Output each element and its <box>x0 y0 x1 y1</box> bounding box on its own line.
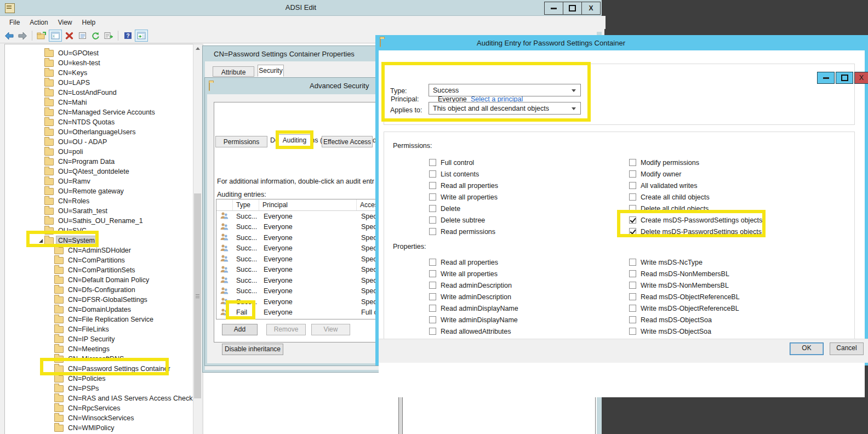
tree-item[interactable]: CN=WMIPolicy <box>5 423 193 433</box>
checkbox-icon[interactable] <box>629 170 636 178</box>
permission-item[interactable]: Delete all child objects <box>629 203 762 214</box>
table-header[interactable]: TypePrincipalAccess <box>216 199 382 211</box>
audit-entry-row[interactable]: Succ...EveryoneSpecial <box>216 275 382 286</box>
tree-scrollbar[interactable] <box>193 44 203 434</box>
cancel-button[interactable]: Cancel <box>830 342 864 355</box>
tree-item[interactable]: OU=LAPS <box>5 78 193 88</box>
tree-item[interactable]: OU=kesh-test <box>5 58 193 68</box>
permission-item[interactable]: Delete <box>429 203 498 214</box>
column-header-icon[interactable] <box>216 199 233 210</box>
checkbox-icon[interactable] <box>429 182 436 189</box>
checkbox-checked-icon[interactable] <box>629 216 636 224</box>
tree-item[interactable]: CN=Keys <box>5 68 193 78</box>
tree-item[interactable]: CN=File Replication Service <box>5 315 193 324</box>
tree-item[interactable]: CN=RpcServices <box>5 403 193 413</box>
tree-item[interactable]: CN=DomainUpdates <box>5 305 193 315</box>
tree-item[interactable]: CN=Meetings <box>5 344 193 354</box>
show-action-pane-icon[interactable] <box>135 30 148 42</box>
tree-item[interactable]: CN=PSPs <box>5 384 193 393</box>
permission-item[interactable]: All validated writes <box>629 180 762 191</box>
tree-item[interactable]: CN=RAS and IAS Servers Access Check <box>5 393 193 403</box>
tree-item[interactable]: OU=Sathis_OU_Rename_1 <box>5 216 193 226</box>
checkbox-icon[interactable] <box>629 205 636 212</box>
permission-item[interactable]: Write adminDescription <box>429 291 518 302</box>
tree-item[interactable]: CN=NTDS Quotas <box>5 117 193 127</box>
permission-item[interactable]: Delete subtree <box>429 214 498 226</box>
permission-item[interactable]: Read msDS-ObjectReferenceBL <box>629 291 740 302</box>
tree-item[interactable]: CN=LostAndFound <box>5 88 193 98</box>
adsi-edit-titlebar[interactable]: ADSI Edit X <box>0 0 602 16</box>
tree-item[interactable]: OU=OtherlanguageUsers <box>5 127 193 137</box>
checkbox-icon[interactable] <box>429 228 436 235</box>
tab-attribute-editor[interactable]: Attribute Editor <box>213 66 254 77</box>
audit-entry-row[interactable]: FailEveryoneFull control <box>216 307 382 318</box>
permission-item[interactable]: Write all properties <box>429 268 518 279</box>
checkbox-icon[interactable] <box>429 293 436 300</box>
permission-item[interactable]: Full control <box>429 157 498 168</box>
checkbox-icon[interactable] <box>629 159 636 166</box>
audit-entry-row[interactable]: Succ...EveryoneSpecial <box>216 265 382 276</box>
ok-button[interactable]: OK <box>790 342 824 355</box>
tree-item[interactable]: CN=FileLinks <box>5 324 193 334</box>
help-icon[interactable]: ? <box>122 30 134 41</box>
permission-item[interactable]: Read permissions <box>429 226 498 237</box>
open-folder-icon[interactable] <box>36 30 48 41</box>
permission-item[interactable]: Read adminDisplayName <box>429 302 518 314</box>
type-dropdown[interactable]: Success <box>429 84 581 96</box>
maximize-button[interactable] <box>836 72 853 84</box>
audit-entry-row[interactable]: Succ...EveryoneSpecial <box>216 243 382 254</box>
checkbox-icon[interactable] <box>629 316 636 323</box>
permission-item[interactable]: Modify owner <box>629 168 762 180</box>
checkbox-icon[interactable] <box>629 193 636 201</box>
checkbox-icon[interactable] <box>429 305 436 312</box>
tree-item[interactable]: OU=QAtest_dontdelete <box>5 167 193 176</box>
permission-item[interactable]: Write adminDisplayName <box>429 314 518 326</box>
audit-entry-row[interactable]: Succ...EveryoneSpecial <box>216 286 382 297</box>
checkbox-icon[interactable] <box>429 170 436 178</box>
checkbox-icon[interactable] <box>629 182 636 189</box>
checkbox-icon[interactable] <box>429 259 436 266</box>
permission-item[interactable]: Read all properties <box>429 256 518 268</box>
checkbox-icon[interactable] <box>629 282 636 289</box>
tree-item[interactable]: CN=Default Domain Policy <box>5 275 193 285</box>
tree-item[interactable]: CN=ComPartitions <box>5 255 193 265</box>
maximize-button[interactable] <box>563 2 582 15</box>
checkbox-icon[interactable] <box>629 305 636 312</box>
permission-item[interactable]: Read all properties <box>429 180 498 191</box>
audit-entry-row[interactable]: Succ...EveryoneSpecial <box>216 211 382 222</box>
permission-item[interactable]: List contents <box>429 168 498 180</box>
tree-item[interactable]: CN=Mahi <box>5 98 193 107</box>
tree-item[interactable]: OU=Ramv <box>5 176 193 186</box>
tree-item[interactable]: CN=Password Settings Container <box>5 364 193 374</box>
show-console-tree-icon[interactable] <box>49 30 62 42</box>
tree-item[interactable]: OU=Sarath_test <box>5 206 193 216</box>
permission-item[interactable]: Read adminDescription <box>429 279 518 291</box>
permission-item[interactable]: Write all properties <box>429 191 498 203</box>
tree-item[interactable]: CN=AdminSDHolder <box>5 245 193 255</box>
column-header-type[interactable]: Type <box>233 199 259 210</box>
permission-item[interactable]: Write msDS-ObjectReferenceBL <box>629 302 740 314</box>
expand-arrow-icon[interactable] <box>37 237 44 244</box>
checkbox-icon[interactable] <box>429 159 436 166</box>
tree-item[interactable]: CN=DFSR-GlobalSettings <box>5 295 193 305</box>
scroll-up-icon[interactable] <box>196 47 200 50</box>
checkbox-checked-icon[interactable] <box>629 228 636 235</box>
checkbox-icon[interactable] <box>429 270 436 277</box>
checkbox-icon[interactable] <box>429 216 436 224</box>
tree-item[interactable]: CN=Dfs-Configuration <box>5 285 193 295</box>
tree-item[interactable]: CN=System <box>5 236 193 245</box>
tree-item[interactable]: CN=WinsockServices <box>5 413 193 423</box>
checkbox-icon[interactable] <box>429 193 436 201</box>
back-icon[interactable] <box>3 30 15 41</box>
tree-item[interactable]: OU=Remote gateway <box>5 186 193 196</box>
permission-item[interactable]: Read msDS-ObjectSoa <box>629 314 740 326</box>
audit-entry-row[interactable]: Succ...EveryoneSpecial <box>216 232 382 243</box>
properties-icon[interactable] <box>76 30 88 41</box>
tree-item[interactable]: CN=ComPartitionSets <box>5 265 193 275</box>
tree-item[interactable]: OU=poli <box>5 147 193 157</box>
tree-item[interactable]: CN=IP Security <box>5 334 193 344</box>
checkbox-icon[interactable] <box>629 259 636 266</box>
checkbox-icon[interactable] <box>429 316 436 323</box>
checkbox-icon[interactable] <box>629 270 636 277</box>
column-header-principal[interactable]: Principal <box>259 199 357 210</box>
